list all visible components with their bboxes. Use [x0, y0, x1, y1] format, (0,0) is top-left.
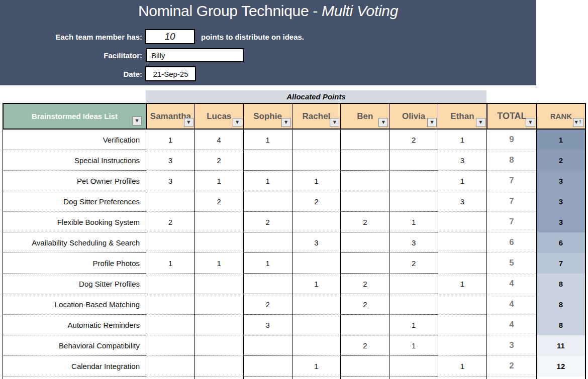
points-cell[interactable] — [146, 335, 194, 356]
member-column-header-sophie[interactable]: Sophie▼ — [243, 103, 292, 130]
points-cell[interactable] — [340, 253, 389, 274]
points-cell[interactable]: 2 — [389, 130, 438, 150]
points-cell[interactable]: 2 — [146, 212, 194, 232]
filter-dropdown-icon[interactable]: ▼ — [526, 118, 535, 127]
idea-cell[interactable]: Dog Sitter Profiles — [3, 274, 146, 294]
filter-dropdown-icon[interactable]: ▼ — [132, 116, 142, 125]
points-cell[interactable]: 1 — [243, 171, 292, 191]
filter-dropdown-icon[interactable]: ▼ — [378, 118, 388, 127]
rank-cell[interactable]: 12 — [536, 356, 586, 376]
rank-cell[interactable]: 11 — [536, 335, 586, 356]
points-cell[interactable] — [389, 171, 438, 191]
points-cell[interactable] — [194, 356, 243, 376]
rank-cell[interactable]: 3 — [536, 212, 586, 232]
points-cell[interactable] — [146, 274, 194, 294]
points-cell[interactable] — [292, 253, 341, 274]
points-cell[interactable]: 2 — [194, 150, 243, 171]
rank-cell[interactable]: 8 — [536, 315, 586, 335]
member-column-header-samantha[interactable]: Samantha▼ — [146, 103, 194, 130]
points-cell[interactable] — [340, 356, 389, 376]
points-cell[interactable] — [194, 212, 243, 232]
filter-dropdown-icon[interactable]: ▼ — [427, 118, 437, 127]
filter-dropdown-icon[interactable]: ▼ — [281, 118, 291, 127]
idea-cell[interactable]: Verification — [3, 130, 146, 150]
points-cell[interactable] — [438, 253, 486, 274]
points-cell[interactable]: 1 — [389, 315, 438, 335]
points-cell[interactable] — [292, 150, 341, 171]
points-cell[interactable]: 2 — [292, 191, 341, 212]
total-column-header[interactable]: TOTAL ▼ — [486, 103, 536, 130]
points-cell[interactable] — [340, 171, 389, 191]
total-cell[interactable]: 4 — [486, 315, 536, 335]
points-cell[interactable]: 3 — [292, 232, 341, 253]
points-cell[interactable]: 2 — [243, 212, 292, 232]
points-cell[interactable]: 3 — [389, 232, 438, 253]
total-cell[interactable]: 9 — [486, 130, 536, 150]
points-cell[interactable]: 3 — [243, 315, 292, 335]
idea-cell[interactable]: Behavioral Compatibility — [3, 335, 146, 356]
filter-sorted-ascending-icon[interactable]: ▼↑ — [573, 118, 584, 127]
idea-cell[interactable]: Special Instructions — [3, 150, 146, 171]
filter-dropdown-icon[interactable]: ▼ — [476, 118, 485, 127]
total-cell[interactable]: 2 — [486, 356, 536, 376]
member-column-header-olivia[interactable]: Olivia▼ — [389, 103, 438, 130]
points-cell[interactable]: 2 — [389, 253, 438, 274]
points-cell[interactable]: 1 — [292, 171, 341, 191]
member-column-header-rachel[interactable]: Rachel▼ — [292, 103, 341, 130]
points-cell[interactable] — [194, 294, 243, 315]
rank-cell[interactable]: 7 — [536, 253, 586, 274]
points-cell[interactable] — [438, 294, 486, 315]
points-cell[interactable]: 3 — [438, 150, 486, 171]
points-cell[interactable] — [292, 335, 341, 356]
rank-column-header[interactable]: RANK ▼↑ — [536, 103, 586, 130]
points-cell[interactable] — [340, 315, 389, 335]
points-cell[interactable] — [194, 335, 243, 356]
idea-cell[interactable]: Automatic Reminders — [3, 315, 146, 335]
total-cell[interactable]: 4 — [486, 294, 536, 315]
total-cell[interactable]: 3 — [486, 335, 536, 356]
total-cell[interactable]: 8 — [486, 150, 536, 171]
points-cell[interactable] — [438, 212, 486, 232]
rank-cell[interactable]: 8 — [536, 274, 586, 294]
filter-dropdown-icon[interactable]: ▼ — [184, 118, 193, 127]
points-cell[interactable]: 1 — [243, 253, 292, 274]
points-cell[interactable]: 1 — [438, 274, 486, 294]
filter-dropdown-icon[interactable]: ▼ — [330, 118, 339, 127]
points-cell[interactable]: 1 — [438, 356, 486, 376]
points-cell[interactable]: 3 — [146, 171, 194, 191]
points-cell[interactable] — [146, 294, 194, 315]
points-cell[interactable] — [243, 356, 292, 376]
member-column-header-lucas[interactable]: Lucas▼ — [194, 103, 243, 130]
points-cell[interactable]: 1 — [292, 274, 341, 294]
points-cell[interactable]: 1 — [194, 253, 243, 274]
rank-cell[interactable]: 3 — [536, 191, 586, 212]
date-input[interactable]: 21-Sep-25 — [145, 66, 196, 81]
points-cell[interactable]: 2 — [340, 212, 389, 232]
rank-cell[interactable]: 6 — [536, 232, 586, 253]
points-cell[interactable] — [194, 232, 243, 253]
points-cell[interactable]: 2 — [243, 294, 292, 315]
member-column-header-ben[interactable]: Ben▼ — [340, 103, 389, 130]
points-cell[interactable]: 2 — [194, 191, 243, 212]
points-cell[interactable] — [146, 232, 194, 253]
points-cell[interactable]: 2 — [340, 294, 389, 315]
points-cell[interactable]: 1 — [194, 171, 243, 191]
total-cell[interactable]: 7 — [486, 171, 536, 191]
points-cell[interactable] — [292, 315, 341, 335]
points-cell[interactable]: 1 — [146, 253, 194, 274]
points-cell[interactable] — [146, 315, 194, 335]
points-cell[interactable] — [438, 335, 486, 356]
points-cell[interactable] — [389, 150, 438, 171]
points-cell[interactable]: 1 — [438, 171, 486, 191]
points-input[interactable]: 10 — [145, 29, 195, 44]
idea-cell[interactable]: Pet Owner Profiles — [3, 171, 146, 191]
points-cell[interactable] — [340, 232, 389, 253]
facilitator-input[interactable]: Billy — [146, 48, 244, 62]
points-cell[interactable] — [389, 191, 438, 212]
points-cell[interactable]: 1 — [292, 356, 341, 376]
points-cell[interactable]: 1 — [389, 335, 438, 356]
idea-cell[interactable]: Availability Scheduling & Search — [3, 232, 146, 253]
points-cell[interactable] — [292, 130, 341, 150]
points-cell[interactable] — [243, 274, 292, 294]
points-cell[interactable]: 1 — [389, 212, 438, 232]
